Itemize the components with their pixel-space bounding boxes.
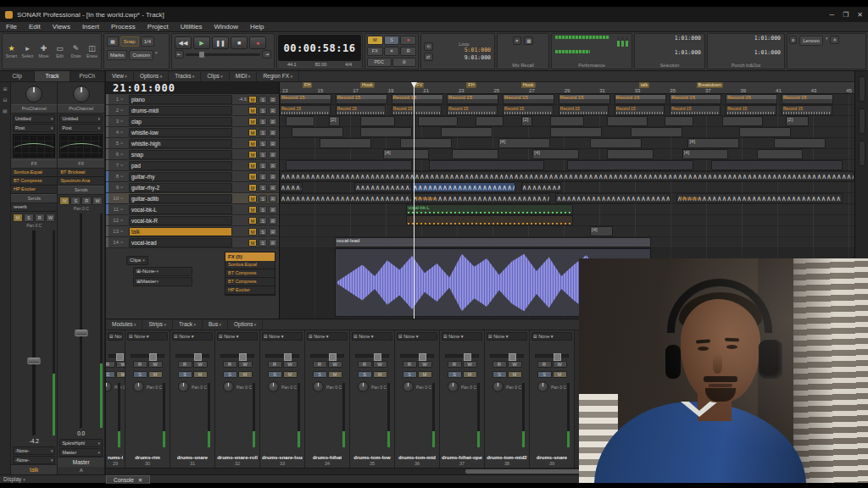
pan-readout[interactable]: Pan 0 C — [11, 222, 58, 229]
io-dropdown[interactable]: ⊞-None-▾ — [133, 267, 192, 276]
track-view-menu-item[interactable]: Options — [134, 71, 169, 81]
track-solo-button[interactable]: S — [259, 195, 267, 202]
solo-button[interactable]: S — [24, 214, 34, 222]
track-row[interactable]: 4 ≈ whistle-low M S R — [106, 127, 279, 138]
track-solo-button[interactable]: S — [259, 217, 267, 225]
audio-clip[interactable]: Record 15 — [726, 94, 777, 104]
post-mode-dropdown[interactable]: Post▾ — [13, 124, 56, 132]
track-view-menu-item[interactable]: MIDI — [230, 71, 258, 81]
audio-clip[interactable] — [286, 116, 314, 126]
input-dropdown[interactable]: ⊟ None ▾ — [108, 332, 123, 341]
preset-name[interactable]: Untitled▾ — [59, 114, 103, 123]
audio-clip[interactable]: Record 15 — [615, 105, 665, 115]
input-dropdown[interactable]: ⊟ None ▾ — [307, 332, 348, 341]
gain-knob[interactable] — [73, 86, 90, 103]
solo-button[interactable]: S — [268, 371, 282, 378]
channel-fader[interactable] — [175, 354, 209, 358]
pan-knob[interactable] — [133, 381, 144, 392]
menu-item[interactable]: Process — [105, 22, 142, 32]
track-mute-button[interactable]: M — [248, 239, 257, 247]
timeline-marker[interactable]: FH — [303, 82, 312, 88]
solo-button[interactable]: S — [106, 371, 115, 378]
gain-knob[interactable] — [25, 86, 42, 103]
input-dropdown[interactable]: -None-▾ — [13, 446, 56, 455]
solo-button[interactable]: S — [223, 371, 237, 378]
minimize-icon[interactable]: ─ — [829, 11, 834, 19]
pan-knob[interactable] — [448, 381, 459, 392]
audio-clip[interactable] — [418, 116, 458, 126]
track-arm-button[interactable]: R — [269, 151, 277, 158]
track-name[interactable]: guitar-rhy-2 — [129, 183, 232, 192]
audio-clip[interactable] — [631, 127, 682, 137]
audio-clip[interactable]: Record 15 — [503, 105, 554, 115]
browser-close-icon[interactable]: ✕ — [830, 36, 839, 44]
audio-clip[interactable] — [400, 138, 452, 148]
audio-clip[interactable] — [441, 127, 492, 137]
tool-button[interactable]: ▸ Select — [19, 35, 36, 68]
track-arm-button[interactable]: R — [269, 173, 277, 180]
track-name[interactable]: vocal-bk-L — [129, 205, 232, 214]
channel-fader[interactable] — [131, 354, 164, 358]
track-solo-button[interactable]: S — [259, 173, 267, 180]
read-button[interactable]: R — [448, 361, 462, 368]
prochannel-header[interactable]: ProChannel — [58, 104, 104, 114]
audio-clip[interactable] — [280, 193, 412, 203]
browser-tab-nub[interactable] — [859, 108, 865, 134]
solo-button[interactable]: S — [492, 371, 507, 378]
track-arm-button[interactable]: R — [269, 206, 277, 214]
global-arm-icon[interactable]: ● — [400, 36, 416, 45]
solo-button[interactable]: S — [358, 371, 372, 378]
channel-fader[interactable] — [445, 354, 479, 358]
input-dropdown[interactable]: ⊟ None ▾ — [531, 332, 572, 341]
solo-button[interactable]: S — [403, 371, 417, 378]
menu-item[interactable]: Insert — [76, 22, 105, 32]
track-solo-button[interactable]: S — [259, 162, 267, 169]
mix-recall-dropdown[interactable]: Mix Recall — [512, 63, 533, 68]
global-read-button[interactable]: R — [400, 47, 416, 56]
loop-start-time[interactable]: 5:01:000 — [435, 47, 493, 54]
read-button[interactable]: R — [178, 361, 192, 368]
track-arm-button[interactable]: R — [269, 195, 277, 202]
audio-clip[interactable]: Record 15 — [782, 105, 832, 115]
track-row[interactable]: 5 ≈ whistle-high M S R — [106, 138, 279, 149]
track-name[interactable]: clap — [129, 117, 232, 126]
playhead-line[interactable] — [414, 82, 415, 319]
menu-item[interactable]: Help — [244, 22, 270, 32]
fx-item[interactable]: BT Compress — [11, 177, 58, 186]
write-button[interactable]: W — [238, 361, 253, 368]
solo-button[interactable]: S — [448, 371, 462, 378]
record-icon[interactable]: ● — [249, 36, 266, 49]
audio-clip[interactable] — [607, 149, 653, 159]
track-mute-button[interactable]: M — [248, 140, 257, 147]
browser-device-dropdown[interactable]: Lenovo — [799, 36, 823, 46]
inspector-tab[interactable]: ProCh — [70, 71, 105, 81]
selection-start-time[interactable]: 1:01:000 — [636, 35, 704, 42]
input-dropdown[interactable]: SpkrsHiphl▾ — [59, 439, 103, 447]
grid-icon[interactable]: ▦ — [107, 36, 119, 47]
time-ruler[interactable]: 1315171921232527293133353739414345 FHHoo… — [280, 82, 854, 93]
audio-clip[interactable]: [4] — [498, 138, 550, 148]
fx-header[interactable]: FX — [58, 159, 104, 169]
timeline[interactable]: 21:01:000 131517192123252729313335373941… — [106, 82, 854, 94]
channel-strip[interactable]: ⊟ None ▾ R W S M Pan 0 C drum — [350, 330, 395, 468]
audio-clip[interactable] — [429, 160, 544, 170]
channel-strip[interactable]: ⊟ None ▾ R W S M Pan 0 C drum — [305, 330, 350, 468]
pan-knob[interactable] — [106, 381, 112, 392]
track-arm-button[interactable]: R — [269, 239, 277, 247]
track-row[interactable]: 13 ≈ talk M S R — [106, 226, 279, 237]
snap-marks-toggle[interactable]: Marks — [107, 50, 127, 60]
pan-knob[interactable] — [268, 381, 279, 392]
pause-icon[interactable]: ❚❚ — [212, 36, 229, 49]
pan-knob[interactable] — [223, 381, 234, 392]
now-time-display[interactable]: 00:00:58:16 — [278, 35, 361, 61]
audio-clip[interactable] — [739, 127, 791, 137]
snap-toggle[interactable]: Snap — [120, 36, 139, 47]
channel-strip[interactable]: ⊟ None ▾ R W S M Pan 0 C drum — [485, 330, 530, 468]
solo-button[interactable]: S — [537, 371, 552, 378]
audio-clip[interactable] — [665, 116, 693, 126]
channel-strip[interactable]: ⊟ None ▾ R W S M Pan 0 C rums — [106, 330, 125, 468]
track-mute-button[interactable]: M — [248, 118, 257, 125]
close-icon[interactable]: ✕ — [857, 11, 863, 19]
track-solo-button[interactable]: S — [259, 140, 267, 147]
channel-fader[interactable] — [535, 354, 569, 358]
